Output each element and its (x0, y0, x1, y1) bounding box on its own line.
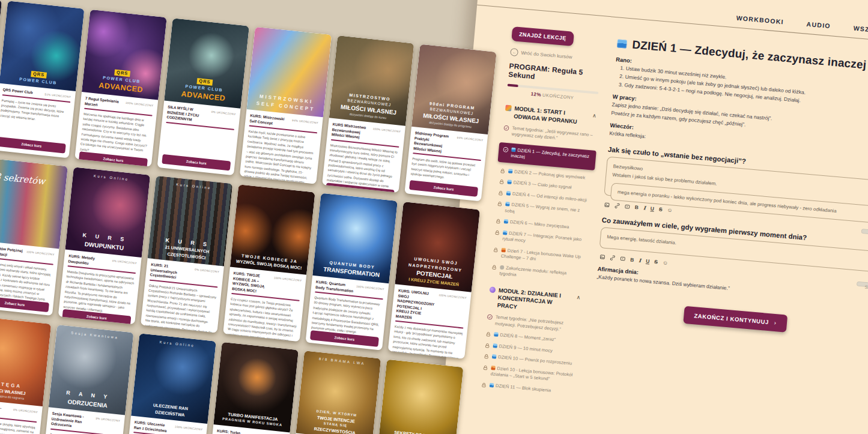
back-to-courses-link[interactable]: ← Wróć do Swoich kursów (510, 48, 602, 64)
underline-button[interactable]: U (646, 258, 650, 264)
course-cover-image: Kurs OnlineK U R SDWUPUNKTU (65, 167, 150, 258)
lesson-item-label: DZIEŃ 10 — Powrót po rozproszeniu (492, 354, 572, 367)
day-marker-icon (493, 343, 498, 348)
course-description: Metoda Dwupunktu to precyzyjnie opracowa… (63, 269, 135, 316)
lock-icon (498, 190, 504, 196)
bold-button[interactable]: B (630, 256, 634, 262)
nav-item[interactable]: AUDIO (806, 20, 831, 29)
course-card-body: 8 Sekretów Potężnej Manifestacji 100% UK… (0, 241, 59, 316)
course-cover-image: Kurs OnlineK U R S21 UNIWERSALNYCHCZĘSTO… (148, 176, 233, 267)
lesson-item[interactable]: Temat tygodnia: „Jeśli wygrywasz rano – … (503, 124, 595, 145)
link-icon[interactable] (615, 203, 621, 209)
link-icon[interactable] (610, 255, 616, 261)
lesson-item[interactable]: Dzień 10 - Lekcja bonusowa: Protokół dzi… (482, 364, 574, 384)
course-cover-image: TURBO MANIFESTACJAPRAGNIEŃ W ROKU SMOKA (213, 342, 299, 433)
course-cover-image: TWOJE KOBIECE JAWYZWÓL SWOJĄ BOSKĄ MOC! (230, 184, 315, 275)
screenshot-stage: QRSPOWER CLUB QRS Power Club 51% UKOŃCZO… (0, 0, 868, 434)
course-card: TURBO MANIFESTACJAPRAGNIEŃ W ROKU SMOKA … (207, 342, 299, 434)
save-button-2[interactable]: Save (857, 281, 868, 288)
lesson-item[interactable]: DZIEŃ 7 — Integracja: Poranek jako rytua… (494, 229, 586, 249)
course-progress-label: 51% UKOŃCZONY (44, 92, 71, 98)
course-title: KURS: TWOJE KOBIECE JA – WYZWÓL SWOJĄ BO… (232, 271, 272, 295)
strikethrough-button[interactable]: S (654, 259, 658, 265)
course-card-body: KURS: Quantum Body Transformation 100% U… (305, 276, 389, 351)
course-card: POTĘGAMIŁOŚCI WŁASNEJsesja dostępna do n… (0, 316, 51, 434)
underline-button[interactable]: U (650, 205, 654, 211)
video-icon[interactable] (620, 256, 626, 262)
course-progress-label: 9% UKOŃCZONY (96, 417, 120, 422)
course-title: KURS: 21 Uniwersalnych Częstotliwości (150, 262, 192, 282)
find-lesson-button[interactable]: ZNAJDŹ LEKCJĘ (511, 26, 574, 46)
course-progress-label: 94% UKOŃCZONY (457, 136, 484, 142)
course-description: Program dla osób, które są gotowe przest… (410, 156, 481, 183)
lesson-item[interactable]: DZIEŃ 5 — Wygraj ze snem, nie z sobą (496, 200, 588, 221)
course-description: Pamiętaj – życie nie zmienia się przez p… (0, 98, 70, 125)
lesson-item[interactable]: DZIEŃ 1 — Zdecyduj, że zaczynasz inaczej (498, 142, 596, 170)
lesson-item-label: DZIEŃ 5 — Wygraj ze snem, nie z sobą (505, 201, 588, 221)
module-header[interactable]: MODUŁ 2: DZIAŁANIE I KONCENTRACJA W PRAC… (488, 286, 581, 317)
course-description: Każdy z nas doświadczył momentów niezwyk… (390, 324, 463, 359)
video-icon[interactable] (625, 203, 631, 209)
lock-icon (481, 382, 487, 388)
image-icon[interactable] (604, 202, 610, 208)
day-marker-icon (490, 383, 494, 388)
course-card-body: KURS: Mistrzowski Self Concept 94% UKOŃC… (240, 109, 323, 184)
save-button-1[interactable]: Save (861, 229, 868, 236)
course-card: 90dni PROGRAMBEZWARUNKOWEJMIŁOŚCI WŁASNE… (404, 44, 496, 201)
lesson-item-label: DZIEŃ 1 — Zdecyduj, że zaczynasz inaczej (511, 146, 592, 166)
cover-text-line: Sesja Kwantowa (59, 330, 130, 342)
italic-button[interactable]: I (643, 205, 646, 211)
view-course-button[interactable]: Zobacz kurs (162, 154, 231, 171)
lesson-item[interactable]: DZIEŃ 11 — Blok skupienia (481, 381, 572, 396)
course-card-body: 7 Reguł Spełniania Marzeń 100% UKOŃCZONY… (74, 92, 158, 167)
cover-text-line: SEKRETY BOGACTWA (382, 428, 453, 434)
italic-button[interactable]: I (639, 258, 642, 264)
lesson-item-label: DZIEŃ 9 — 10 minut mocy (493, 343, 553, 354)
course-grid: QRSPOWER CLUB QRS Power Club 51% UKOŃCZO… (0, 0, 497, 434)
progress-text: UKOŃCZONY (542, 92, 574, 101)
cover-text-line: Kurs Online (158, 181, 229, 193)
emoji-icon[interactable]: ☺ (663, 259, 669, 266)
bold-button[interactable]: B (634, 204, 639, 210)
lock-icon (499, 179, 505, 185)
course-description: Marzenia nie spełniają się każdego dnia … (80, 112, 152, 159)
lesson-item[interactable]: Dzień 7 - Lekcja bonusowa Wake Up Challe… (492, 246, 584, 267)
course-card-body: KURS: UWOLNIJ SWÓJ NADPRZYRODZONY POTENC… (388, 284, 472, 359)
nav-item[interactable]: WORKBOOKI (736, 14, 784, 25)
course-cover-image: Sesja KwantowaR A N YODRZUCENIA (49, 325, 134, 415)
blue-book-icon (617, 39, 627, 48)
module-header[interactable]: MODUŁ 1: START I ODWAGA W PORANKU∧ (505, 104, 597, 128)
course-description: Mistrzostwo Bezwarunkowej Miłości Własne… (326, 142, 398, 190)
lesson-item[interactable]: Temat tygodnia: „Nie potrzebujesz motywa… (487, 313, 578, 334)
check-icon (503, 146, 509, 152)
lock-icon (494, 229, 500, 235)
lesson-item-label: Zakończenie modułu: refleksja tygodnia (499, 264, 583, 284)
course-cover-image: SEKRETY BOGACTWATWOJA REWOLUCJA FINANSOW… (378, 360, 464, 434)
lesson-item[interactable]: Zakończenie modułu: refleksja tygodnia (491, 264, 583, 284)
nav-item[interactable]: WSZYSTKIE PRODUKTY (853, 25, 868, 40)
lesson-item-label: DZIEŃ 8 — Moment „zaraz” (494, 331, 556, 343)
course-card-body: QRS Power Club 51% UKOŃCZONY Pamiętaj – … (0, 83, 76, 158)
course-title: SIŁA MYŚLI W BIZNESIE I ŻYCIU CODZIENNYM (166, 104, 209, 124)
course-progress-label: 100% UKOŃCZONY (175, 425, 203, 431)
course-progress-label: 100% UKOŃCZONY (439, 294, 467, 300)
finish-continue-button[interactable]: ZAKOŃCZ I KONTYNUUJ› (683, 306, 788, 332)
course-cover-image: POTĘGAMIŁOŚCI WŁASNEJsesja dostępna do n… (0, 316, 51, 406)
day-marker-icon (505, 202, 510, 206)
day-marker-icon (507, 179, 512, 184)
course-progress-label: 100% UKOŃCZONY (126, 101, 154, 107)
strikethrough-button[interactable]: S (659, 206, 663, 212)
day-marker-icon (494, 332, 499, 337)
view-course-button[interactable]: Zobacz kurs (0, 137, 66, 154)
emoji-icon[interactable]: ☺ (667, 207, 673, 214)
course-title: KURS: Turbo manifestacja pragnień w Roku… (216, 429, 258, 434)
courses-collage: QRSPOWER CLUB QRS Power Club 51% UKOŃCZO… (0, 0, 497, 434)
view-course-button[interactable]: Zobacz kurs (409, 180, 478, 197)
module-icon (505, 105, 512, 112)
cover-text-line: 8 sekretów (0, 171, 46, 188)
lesson-item-label: Temat tygodnia: „Nie potrzebujesz motywa… (495, 314, 578, 334)
image-icon[interactable] (599, 254, 605, 260)
cover-text-line: 8/8 BRAMA LWA (306, 356, 377, 368)
course-card: QRSPOWER CLUBADVANCED SIŁA MYŚLI W BIZNE… (157, 18, 249, 175)
chevron-up-icon: ∧ (592, 112, 597, 119)
